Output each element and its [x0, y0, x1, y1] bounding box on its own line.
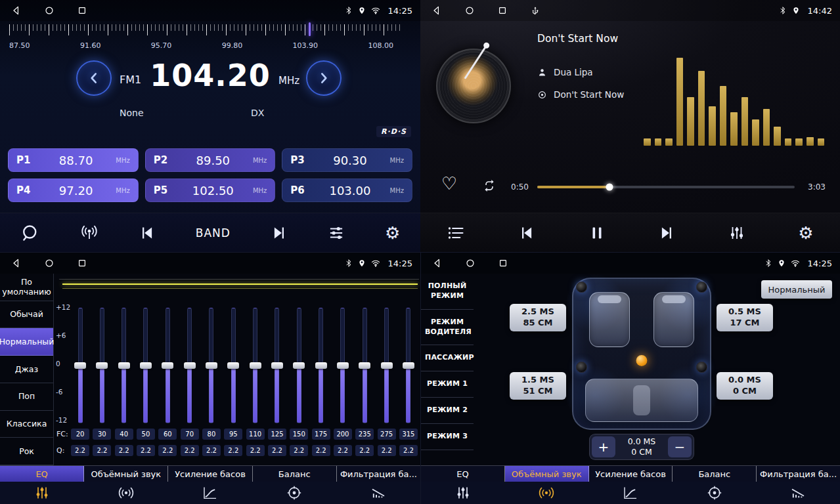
eq-band-slider[interactable] [399, 308, 418, 423]
band-switch-button[interactable]: BAND [196, 226, 231, 240]
preset-button[interactable]: P3 90.30 MHz [282, 148, 412, 172]
delay-front-right[interactable]: 0.5 MS 17 CM [717, 304, 773, 331]
audio-tab[interactable]: Усиление басов [589, 466, 673, 482]
filter-tab-icon[interactable] [336, 482, 420, 504]
eq-band-slider[interactable] [334, 308, 352, 423]
eq-preset-item[interactable]: Классика [0, 411, 53, 438]
slider-handle[interactable] [206, 362, 217, 369]
preset-button[interactable]: P6 103.00 MHz [282, 178, 412, 202]
slider-handle[interactable] [227, 362, 239, 369]
speaker-rear-right[interactable] [696, 362, 707, 373]
eq-tab-icon[interactable] [0, 482, 84, 504]
audio-tab[interactable]: Баланс [673, 466, 757, 482]
preset-button[interactable]: P2 89.50 MHz [145, 148, 276, 172]
nav-back-button[interactable] [11, 5, 22, 16]
settings-button[interactable]: ⚙ [385, 224, 400, 242]
nav-home-button[interactable] [43, 5, 55, 16]
equalizer-button[interactable] [328, 224, 345, 242]
slider-handle[interactable] [162, 362, 173, 369]
equalizer-button[interactable] [728, 224, 745, 242]
eq-preset-item[interactable]: Поп [0, 383, 53, 411]
audio-tab[interactable]: Объёмный звук [84, 466, 168, 482]
next-track-button[interactable] [658, 224, 675, 242]
delay-rear-left[interactable]: 1.5 MS 51 CM [510, 372, 566, 400]
eq-band-slider[interactable] [290, 308, 308, 423]
eq-band-slider[interactable] [137, 308, 155, 423]
tune-down-button[interactable] [76, 60, 112, 96]
frequency-ruler[interactable] [9, 24, 403, 40]
bass-boost-tab-icon[interactable] [588, 482, 673, 504]
listening-mode-item[interactable]: РЕЖИМ 2 [421, 398, 474, 424]
eq-band-slider[interactable] [246, 308, 265, 423]
audio-tab[interactable]: Усиление басов [168, 466, 252, 482]
eq-band-slider[interactable] [71, 308, 89, 423]
slider-handle[interactable] [293, 362, 305, 369]
slider-handle[interactable] [337, 362, 349, 369]
eq-band-slider[interactable] [378, 308, 396, 423]
eq-band-slider[interactable] [268, 308, 286, 423]
eq-band-slider[interactable] [158, 308, 177, 423]
balance-tab-icon[interactable] [252, 482, 336, 504]
eq-preset-item[interactable]: Обычай [0, 301, 53, 329]
slider-handle[interactable] [403, 362, 414, 369]
nav-home-button[interactable] [464, 5, 475, 16]
eq-preset-item[interactable]: Джаз [0, 356, 53, 383]
favorite-button[interactable]: ♡ [441, 175, 457, 192]
slider-handle[interactable] [96, 362, 108, 369]
speaker-front-left[interactable] [576, 282, 587, 293]
eq-preset-item[interactable]: Рок [0, 438, 53, 465]
audio-tab[interactable]: Объёмный звук [505, 466, 589, 482]
progress-bar[interactable] [537, 186, 795, 188]
nav-recents-button[interactable] [497, 257, 509, 269]
eq-band-slider[interactable] [202, 308, 221, 423]
nav-back-button[interactable] [11, 257, 22, 269]
previous-track-button[interactable] [518, 224, 535, 242]
delay-rear-right[interactable]: 0.0 MS 0 CM [717, 372, 773, 400]
slider-handle[interactable] [184, 362, 196, 369]
eq-band-slider[interactable] [224, 308, 242, 423]
speaker-front-right[interactable] [696, 282, 707, 293]
listening-mode-item[interactable]: РЕЖИМ 1 [421, 371, 474, 398]
broadcast-button[interactable] [80, 224, 99, 242]
delay-front-left[interactable]: 2.5 MS 85 CM [510, 304, 566, 331]
repeat-button[interactable] [482, 178, 497, 193]
eq-band-slider[interactable] [355, 308, 374, 423]
slider-handle[interactable] [140, 362, 152, 369]
audio-tab[interactable]: EQ [421, 466, 505, 482]
eq-band-slider[interactable] [312, 308, 330, 423]
balance-tab-icon[interactable] [673, 482, 757, 504]
tune-up-button[interactable] [306, 60, 342, 96]
slider-handle[interactable] [118, 362, 130, 369]
nav-home-button[interactable] [43, 257, 55, 269]
audio-tab[interactable]: EQ [0, 466, 84, 482]
slider-handle[interactable] [359, 362, 370, 369]
surround-tab-icon[interactable] [84, 482, 168, 504]
speaker-rear-left[interactable] [576, 362, 587, 373]
nav-home-button[interactable] [464, 257, 476, 269]
listening-mode-item[interactable]: ПАССАЖИР [421, 345, 474, 371]
eq-band-slider[interactable] [115, 308, 133, 423]
eq-band-slider[interactable] [181, 308, 199, 423]
eq-band-slider[interactable] [93, 308, 111, 423]
previous-station-button[interactable] [139, 224, 156, 242]
playlist-button[interactable] [447, 224, 465, 242]
listening-mode-item[interactable]: РЕЖИМ ВОДИТЕЛЯ [421, 310, 474, 346]
nav-back-button[interactable] [431, 5, 443, 16]
next-station-button[interactable] [271, 224, 288, 242]
preset-button[interactable]: P4 97.20 MHz [8, 178, 139, 202]
listening-mode-item[interactable]: РЕЖИМ 3 [421, 424, 474, 450]
settings-button[interactable]: ⚙ [798, 224, 813, 242]
audio-tab[interactable]: Фильтрация ба... [337, 466, 420, 482]
preset-button[interactable]: P1 88.70 MHz [8, 148, 139, 172]
listening-position-marker[interactable] [636, 355, 648, 366]
surround-tab-icon[interactable] [505, 482, 589, 504]
pause-button[interactable] [588, 224, 606, 242]
decrease-delay-button[interactable]: − [668, 436, 692, 457]
listening-mode-item[interactable]: ПОЛНЫЙ РЕЖИМ [421, 274, 474, 310]
tuner-pointer[interactable] [309, 22, 311, 36]
nav-recents-button[interactable] [76, 5, 88, 16]
sound-preset-button[interactable]: Нормальный [761, 280, 832, 299]
slider-handle[interactable] [271, 362, 283, 369]
slider-handle[interactable] [250, 362, 261, 369]
slider-handle[interactable] [74, 362, 86, 369]
